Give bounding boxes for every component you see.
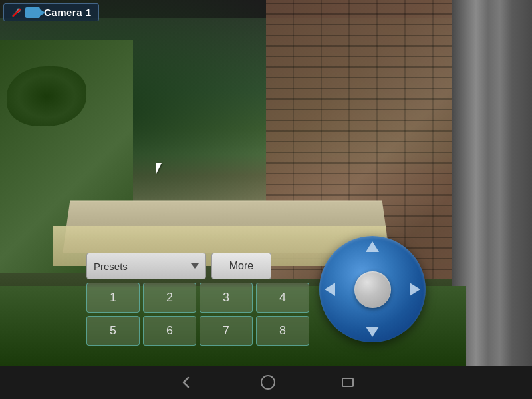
ptz-right-button[interactable] bbox=[410, 283, 420, 296]
presets-row: Presets More bbox=[86, 253, 309, 279]
back-arrow-icon bbox=[178, 374, 194, 390]
numpad-btn-5[interactable]: 5 bbox=[86, 316, 140, 346]
numpad-btn-6[interactable]: 6 bbox=[143, 316, 196, 346]
numpad-btn-4[interactable]: 4 bbox=[256, 283, 309, 313]
numpad-btn-8[interactable]: 8 bbox=[256, 316, 309, 346]
presets-label: Presets bbox=[94, 261, 128, 272]
numpad-btn-1[interactable]: 1 bbox=[86, 283, 140, 313]
controls-overlay: Presets More 1 2 3 4 5 6 7 8 bbox=[86, 236, 512, 346]
camera-title-bar: Camera 1 bbox=[3, 3, 99, 21]
numpad-btn-7[interactable]: 7 bbox=[200, 316, 253, 346]
up-arrow-icon bbox=[366, 241, 379, 252]
more-label: More bbox=[229, 260, 253, 272]
ptz-up-button[interactable] bbox=[366, 241, 379, 252]
numpad-btn-3[interactable]: 3 bbox=[200, 283, 253, 313]
ptz-joystick[interactable] bbox=[319, 236, 426, 342]
more-button[interactable]: More bbox=[211, 253, 271, 279]
back-button[interactable] bbox=[178, 374, 194, 390]
presets-panel: Presets More 1 2 3 4 5 6 7 8 bbox=[86, 253, 309, 346]
android-navbar bbox=[0, 366, 532, 399]
ptz-outer-ring bbox=[319, 236, 426, 342]
ptz-left-button[interactable] bbox=[325, 283, 335, 296]
numpad-grid: 1 2 3 4 5 6 7 8 bbox=[86, 283, 309, 346]
microphone-off-icon bbox=[11, 7, 21, 18]
dropdown-arrow-icon bbox=[191, 263, 199, 269]
shrub bbox=[7, 66, 86, 126]
recent-apps-button[interactable] bbox=[342, 378, 354, 387]
camera-icon bbox=[25, 7, 40, 18]
presets-dropdown[interactable]: Presets bbox=[86, 253, 206, 279]
camera-name: Camera 1 bbox=[44, 7, 92, 18]
ptz-center-button[interactable] bbox=[354, 271, 391, 308]
home-circle-icon bbox=[261, 375, 275, 390]
home-button[interactable] bbox=[261, 375, 275, 390]
recent-apps-icon bbox=[342, 378, 354, 387]
right-arrow-icon bbox=[410, 283, 420, 296]
left-arrow-icon bbox=[325, 283, 335, 296]
numpad-btn-2[interactable]: 2 bbox=[143, 283, 196, 313]
down-arrow-icon bbox=[366, 327, 379, 337]
camera-view: Camera 1 Presets More 1 2 3 4 5 6 bbox=[0, 0, 532, 366]
ptz-down-button[interactable] bbox=[366, 327, 379, 337]
